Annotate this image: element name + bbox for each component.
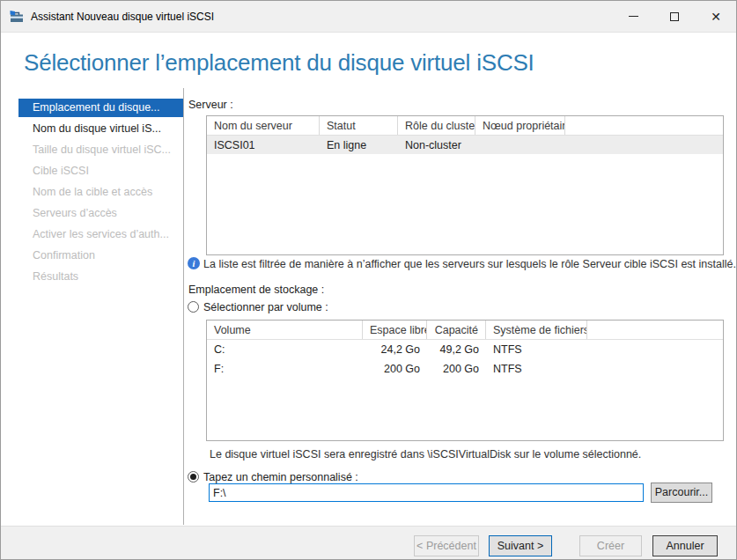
volume-row-f[interactable]: F: 200 Go 200 Go NTFS — [207, 359, 723, 379]
step-auth-services: Activer les services d’auth... — [18, 225, 183, 244]
window-title: Assistant Nouveau disque virtuel iSCSI — [31, 11, 214, 23]
select-by-volume-label[interactable]: Sélectionner par volume : — [203, 301, 328, 313]
free-space-cell: 200 Go — [363, 363, 427, 375]
step-confirmation: Confirmation — [18, 247, 183, 265]
server-name-cell: ISCSI01 — [207, 139, 320, 151]
server-table: Nom du serveur Statut Rôle du cluster Nœ… — [206, 115, 724, 255]
previous-button: < Précédent — [414, 535, 479, 556]
minimize-icon — [629, 16, 638, 17]
cancel-button[interactable]: Annuler — [652, 535, 718, 556]
step-access-servers: Serveurs d’accès — [18, 204, 183, 223]
server-cluster-role-cell: Non-cluster — [398, 139, 475, 151]
custom-path-input[interactable] — [209, 483, 644, 502]
server-status-cell: En ligne — [320, 139, 398, 151]
close-button[interactable]: ✕ — [696, 1, 736, 32]
filesystem-cell: NTFS — [486, 363, 587, 375]
server-row[interactable]: ISCSI01 En ligne Non-cluster — [207, 136, 723, 154]
column-header-filesystem[interactable]: Système de fichiers — [486, 321, 587, 339]
column-header-spacer — [565, 116, 723, 135]
column-header-spacer — [587, 321, 723, 339]
volume-row-c[interactable]: C: 24,2 Go 49,2 Go NTFS — [207, 340, 723, 359]
server-table-header: Nom du serveur Statut Rôle du cluster Nœ… — [207, 116, 723, 136]
browse-button[interactable]: Parcourir... — [651, 483, 712, 503]
minimize-button[interactable] — [613, 1, 653, 32]
close-icon: ✕ — [711, 11, 721, 23]
volume-table: Volume Espace libre Capacité Système de … — [206, 320, 724, 441]
column-header-server-name[interactable]: Nom du serveur — [207, 116, 320, 135]
custom-path-label[interactable]: Tapez un chemin personnalisé : — [203, 471, 358, 483]
column-header-free-space[interactable]: Espace libre — [363, 321, 427, 339]
titlebar: Assistant Nouveau disque virtuel iSCSI ✕ — [1, 1, 736, 33]
capacity-cell: 49,2 Go — [427, 343, 486, 356]
footer-bar: < Précédent Suivant > Créer Annuler — [1, 526, 736, 560]
column-header-capacity[interactable]: Capacité — [427, 321, 486, 339]
column-header-owner-node[interactable]: Nœud propriétaire — [475, 116, 565, 135]
next-button[interactable]: Suivant > — [489, 535, 552, 556]
column-header-cluster-role[interactable]: Rôle du cluster — [398, 116, 475, 135]
filter-info-text: La liste est filtrée de manière à n’affi… — [203, 258, 736, 270]
wizard-toolbox-icon — [10, 10, 24, 24]
select-by-volume-radio[interactable] — [188, 301, 199, 313]
storage-location-label: Emplacement de stockage : — [188, 284, 324, 296]
filesystem-cell: NTFS — [486, 343, 587, 356]
step-target-name: Nom de la cible et accès — [18, 183, 183, 202]
page-title: Sélectionner l’emplacement du disque vir… — [24, 49, 534, 77]
sidebar-divider — [183, 88, 184, 525]
volume-table-header: Volume Espace libre Capacité Système de … — [207, 321, 723, 340]
step-iscsi-target: Cible iSCSI — [18, 162, 183, 181]
wizard-window: Assistant Nouveau disque virtuel iSCSI ✕… — [0, 0, 737, 560]
info-icon: i — [188, 257, 200, 269]
create-button: Créer — [579, 535, 642, 556]
maximize-button[interactable] — [654, 1, 695, 32]
column-header-volume[interactable]: Volume — [207, 321, 363, 339]
step-disk-size: Taille du disque virtuel iSC... — [18, 141, 183, 159]
maximize-icon — [670, 12, 679, 21]
step-disk-location[interactable]: Emplacement du disque... — [18, 99, 183, 117]
volume-cell: C: — [207, 343, 363, 356]
server-label: Serveur : — [188, 99, 233, 111]
custom-path-radio[interactable] — [188, 471, 199, 483]
step-results: Résultats — [18, 268, 183, 286]
svg-text:i: i — [193, 259, 195, 269]
step-disk-name[interactable]: Nom du disque virtuel iS... — [18, 120, 183, 138]
virtual-disk-note: Le disque virtuel iSCSI sera enregistré … — [210, 448, 641, 461]
wizard-steps-sidebar: Emplacement du disque... Nom du disque v… — [18, 99, 183, 289]
capacity-cell: 200 Go — [427, 363, 486, 375]
column-header-status[interactable]: Statut — [320, 116, 398, 135]
volume-cell: F: — [207, 363, 363, 375]
free-space-cell: 24,2 Go — [363, 343, 427, 356]
